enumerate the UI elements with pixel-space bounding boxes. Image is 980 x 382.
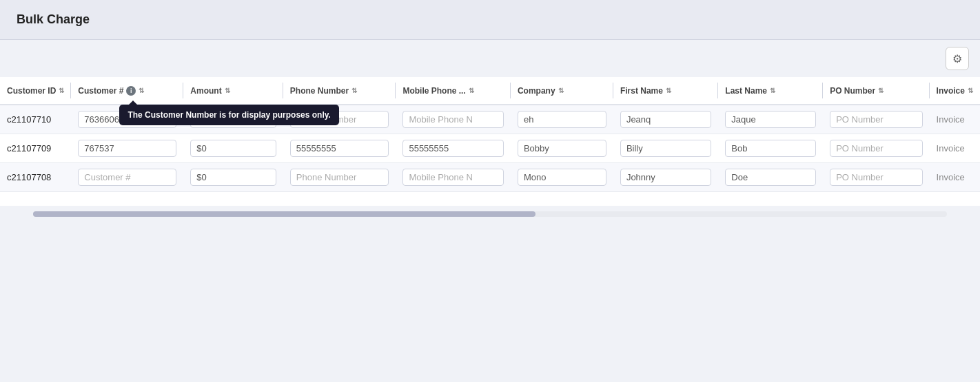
col-label-amount: Amount	[190, 86, 221, 96]
col-company[interactable]: Company ⇅	[511, 77, 613, 105]
scrollbar-track[interactable]	[33, 211, 947, 217]
cell-customer-id: c21107710	[0, 105, 71, 134]
col-mobile-phone[interactable]: Mobile Phone ... ⇅	[396, 77, 510, 105]
cell-amount[interactable]	[183, 105, 283, 134]
sort-icon-first-name: ⇅	[666, 87, 671, 94]
cell-customer-num[interactable]	[71, 163, 183, 192]
toolbar: ⚙	[0, 40, 980, 77]
col-label-invoice: Invoice	[937, 86, 965, 96]
col-last-name[interactable]: Last Name ⇅	[718, 77, 823, 105]
bottom-scrollbar-area	[0, 206, 980, 225]
page-title: Bulk Charge	[17, 12, 90, 26]
cell-invoice: Invoice	[930, 163, 980, 192]
input-first-name[interactable]	[620, 111, 711, 128]
table-row: c21107708Invoice	[0, 163, 980, 192]
input-po-number[interactable]	[830, 169, 922, 186]
table-row: c21107709Invoice	[0, 134, 980, 163]
invoice-link[interactable]: Invoice	[937, 172, 965, 182]
cell-last-name[interactable]	[718, 134, 823, 163]
info-icon-customer-num[interactable]: i	[126, 86, 136, 96]
input-phone-number[interactable]	[290, 140, 389, 157]
col-label-customer-id: Customer ID	[7, 86, 56, 96]
cell-first-name[interactable]	[613, 134, 718, 163]
col-amount[interactable]: Amount ⇅	[183, 77, 283, 105]
col-phone-number[interactable]: Phone Number ⇅	[283, 77, 396, 105]
input-amount[interactable]	[190, 169, 276, 186]
table-row: c21107710Invoice	[0, 105, 980, 134]
sort-icon-customer-id: ⇅	[59, 87, 64, 94]
sort-icon-po-number: ⇅	[878, 87, 884, 94]
input-customer-num[interactable]	[78, 169, 176, 186]
bulk-charge-table: Customer ID ⇅ Customer # i The Customer …	[0, 77, 980, 192]
sort-icon-amount: ⇅	[225, 87, 230, 94]
input-phone-number[interactable]	[290, 111, 389, 128]
cell-phone-number[interactable]	[283, 163, 396, 192]
cell-amount[interactable]	[183, 134, 283, 163]
cell-mobile-phone[interactable]	[396, 105, 510, 134]
scrollbar-thumb[interactable]	[33, 211, 535, 217]
cell-customer-num[interactable]	[71, 105, 183, 134]
cell-po-number[interactable]	[823, 105, 929, 134]
input-customer-num[interactable]	[78, 111, 176, 128]
input-last-name[interactable]	[725, 169, 816, 186]
cell-po-number[interactable]	[823, 134, 929, 163]
table-wrapper: Customer ID ⇅ Customer # i The Customer …	[0, 77, 980, 206]
col-label-phone-number: Phone Number	[290, 86, 349, 96]
cell-company[interactable]	[511, 105, 613, 134]
input-first-name[interactable]	[620, 169, 711, 186]
sort-icon-phone-number: ⇅	[351, 87, 357, 94]
input-first-name[interactable]	[620, 140, 711, 157]
cell-first-name[interactable]	[613, 163, 718, 192]
input-mobile-phone[interactable]	[402, 169, 503, 186]
input-amount[interactable]	[190, 140, 276, 157]
gear-icon: ⚙	[952, 52, 962, 65]
sort-icon-invoice: ⇅	[968, 87, 973, 94]
cell-mobile-phone[interactable]	[396, 134, 510, 163]
invoice-link[interactable]: Invoice	[937, 114, 965, 125]
input-company[interactable]	[518, 140, 606, 157]
cell-first-name[interactable]	[613, 105, 718, 134]
input-phone-number[interactable]	[290, 169, 389, 186]
sort-icon-customer-num: ⇅	[139, 87, 144, 94]
input-mobile-phone[interactable]	[402, 140, 503, 157]
col-invoice[interactable]: Invoice ⇅	[930, 77, 980, 105]
cell-company[interactable]	[511, 163, 613, 192]
cell-phone-number[interactable]	[283, 134, 396, 163]
input-amount[interactable]	[190, 111, 276, 128]
col-label-company: Company	[518, 86, 555, 96]
col-label-po-number: PO Number	[830, 86, 875, 96]
col-label-customer-num: Customer #	[78, 86, 123, 96]
page-header: Bulk Charge	[0, 0, 980, 40]
cell-mobile-phone[interactable]	[396, 163, 510, 192]
input-po-number[interactable]	[830, 140, 922, 157]
col-label-last-name: Last Name	[725, 86, 767, 96]
input-customer-num[interactable]	[78, 140, 176, 157]
col-label-mobile-phone: Mobile Phone ...	[402, 86, 465, 96]
cell-amount[interactable]	[183, 163, 283, 192]
invoice-link[interactable]: Invoice	[937, 143, 965, 153]
cell-po-number[interactable]	[823, 163, 929, 192]
input-last-name[interactable]	[725, 140, 816, 157]
input-po-number[interactable]	[830, 111, 922, 128]
col-customer-num[interactable]: Customer # i The Customer Number is for …	[71, 77, 183, 105]
cell-phone-number[interactable]	[283, 105, 396, 134]
cell-company[interactable]	[511, 134, 613, 163]
cell-customer-id: c21107709	[0, 134, 71, 163]
cell-customer-num[interactable]	[71, 134, 183, 163]
sort-icon-mobile-phone: ⇅	[469, 87, 474, 94]
gear-button[interactable]: ⚙	[946, 47, 969, 70]
col-first-name[interactable]: First Name ⇅	[613, 77, 718, 105]
input-company[interactable]	[518, 111, 606, 128]
sort-icon-company: ⇅	[558, 87, 564, 94]
input-company[interactable]	[518, 169, 606, 186]
input-last-name[interactable]	[725, 111, 816, 128]
cell-last-name[interactable]	[718, 163, 823, 192]
cell-invoice: Invoice	[930, 134, 980, 163]
input-mobile-phone[interactable]	[402, 111, 503, 128]
col-po-number[interactable]: PO Number ⇅	[823, 77, 929, 105]
col-customer-id[interactable]: Customer ID ⇅	[0, 77, 71, 105]
cell-customer-id: c21107708	[0, 163, 71, 192]
sort-icon-last-name: ⇅	[770, 87, 775, 94]
cell-invoice: Invoice	[930, 105, 980, 134]
cell-last-name[interactable]	[718, 105, 823, 134]
